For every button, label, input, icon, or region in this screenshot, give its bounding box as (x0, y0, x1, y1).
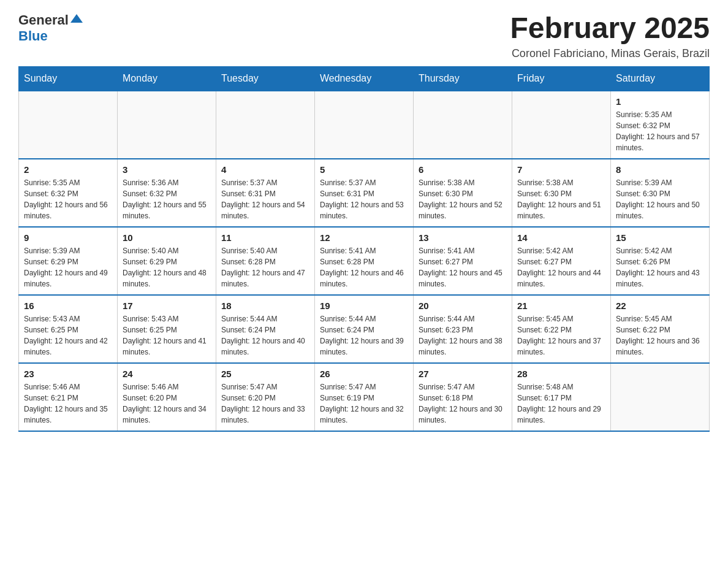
day-info: Sunrise: 5:44 AMSunset: 6:23 PMDaylight:… (419, 313, 507, 358)
day-info: Sunrise: 5:45 AMSunset: 6:22 PMDaylight:… (616, 313, 704, 358)
calendar-header-row: Sunday Monday Tuesday Wednesday Thursday… (19, 66, 710, 91)
table-row (19, 91, 118, 159)
col-tuesday: Tuesday (216, 66, 315, 91)
month-title: February 2025 (510, 12, 710, 45)
day-number: 19 (320, 301, 408, 311)
table-row: 21Sunrise: 5:45 AMSunset: 6:22 PMDayligh… (512, 295, 611, 363)
day-info: Sunrise: 5:35 AMSunset: 6:32 PMDaylight:… (24, 177, 112, 221)
col-wednesday: Wednesday (315, 66, 414, 91)
calendar-week-row: 2Sunrise: 5:35 AMSunset: 6:32 PMDaylight… (19, 159, 710, 227)
table-row: 8Sunrise: 5:39 AMSunset: 6:30 PMDaylight… (611, 159, 710, 227)
day-number: 22 (616, 301, 704, 311)
day-info: Sunrise: 5:37 AMSunset: 6:31 PMDaylight:… (221, 177, 309, 221)
day-info: Sunrise: 5:35 AMSunset: 6:32 PMDaylight:… (616, 109, 704, 153)
table-row: 16Sunrise: 5:43 AMSunset: 6:25 PMDayligh… (19, 295, 118, 363)
day-info: Sunrise: 5:42 AMSunset: 6:27 PMDaylight:… (517, 245, 605, 289)
table-row: 14Sunrise: 5:42 AMSunset: 6:27 PMDayligh… (512, 227, 611, 295)
day-number: 14 (517, 232, 605, 243)
day-number: 24 (123, 369, 211, 379)
logo: General Blue (18, 12, 83, 44)
day-number: 3 (123, 164, 211, 175)
day-number: 27 (419, 369, 507, 379)
table-row: 4Sunrise: 5:37 AMSunset: 6:31 PMDaylight… (216, 159, 315, 227)
table-row: 13Sunrise: 5:41 AMSunset: 6:27 PMDayligh… (414, 227, 512, 295)
table-row: 2Sunrise: 5:35 AMSunset: 6:32 PMDaylight… (19, 159, 118, 227)
day-number: 25 (221, 369, 309, 379)
day-info: Sunrise: 5:41 AMSunset: 6:27 PMDaylight:… (419, 245, 507, 289)
table-row (512, 91, 611, 159)
location-title: Coronel Fabriciano, Minas Gerais, Brazil (510, 47, 710, 60)
table-row: 3Sunrise: 5:36 AMSunset: 6:32 PMDaylight… (118, 159, 216, 227)
table-row (216, 91, 315, 159)
day-info: Sunrise: 5:39 AMSunset: 6:30 PMDaylight:… (616, 177, 704, 221)
day-info: Sunrise: 5:47 AMSunset: 6:19 PMDaylight:… (320, 381, 408, 426)
day-number: 2 (24, 164, 112, 175)
day-number: 28 (517, 369, 605, 379)
day-number: 9 (24, 232, 112, 243)
table-row: 19Sunrise: 5:44 AMSunset: 6:24 PMDayligh… (315, 295, 414, 363)
logo-general-text: General (18, 12, 69, 28)
table-row: 12Sunrise: 5:41 AMSunset: 6:28 PMDayligh… (315, 227, 414, 295)
day-number: 18 (221, 301, 309, 311)
day-info: Sunrise: 5:44 AMSunset: 6:24 PMDaylight:… (320, 313, 408, 358)
day-number: 15 (616, 232, 704, 243)
table-row: 1Sunrise: 5:35 AMSunset: 6:32 PMDaylight… (611, 91, 710, 159)
day-info: Sunrise: 5:37 AMSunset: 6:31 PMDaylight:… (320, 177, 408, 221)
calendar-week-row: 23Sunrise: 5:46 AMSunset: 6:21 PMDayligh… (19, 363, 710, 431)
day-number: 20 (419, 301, 507, 311)
day-info: Sunrise: 5:46 AMSunset: 6:21 PMDaylight:… (24, 381, 112, 426)
table-row: 23Sunrise: 5:46 AMSunset: 6:21 PMDayligh… (19, 363, 118, 431)
table-row: 22Sunrise: 5:45 AMSunset: 6:22 PMDayligh… (611, 295, 710, 363)
day-number: 7 (517, 164, 605, 175)
day-info: Sunrise: 5:38 AMSunset: 6:30 PMDaylight:… (419, 177, 507, 221)
day-number: 23 (24, 369, 112, 379)
day-info: Sunrise: 5:48 AMSunset: 6:17 PMDaylight:… (517, 381, 605, 426)
table-row: 28Sunrise: 5:48 AMSunset: 6:17 PMDayligh… (512, 363, 611, 431)
col-thursday: Thursday (414, 66, 512, 91)
day-info: Sunrise: 5:43 AMSunset: 6:25 PMDaylight:… (24, 313, 112, 358)
day-number: 17 (123, 301, 211, 311)
col-sunday: Sunday (19, 66, 118, 91)
day-number: 6 (419, 164, 507, 175)
table-row: 17Sunrise: 5:43 AMSunset: 6:25 PMDayligh… (118, 295, 216, 363)
day-number: 21 (517, 301, 605, 311)
calendar-week-row: 1Sunrise: 5:35 AMSunset: 6:32 PMDaylight… (19, 91, 710, 159)
day-info: Sunrise: 5:47 AMSunset: 6:20 PMDaylight:… (221, 381, 309, 426)
table-row: 24Sunrise: 5:46 AMSunset: 6:20 PMDayligh… (118, 363, 216, 431)
table-row (315, 91, 414, 159)
title-section: February 2025 Coronel Fabriciano, Minas … (510, 12, 710, 60)
day-number: 8 (616, 164, 704, 175)
day-info: Sunrise: 5:44 AMSunset: 6:24 PMDaylight:… (221, 313, 309, 358)
table-row (414, 91, 512, 159)
table-row (611, 363, 710, 431)
day-info: Sunrise: 5:41 AMSunset: 6:28 PMDaylight:… (320, 245, 408, 289)
table-row: 15Sunrise: 5:42 AMSunset: 6:26 PMDayligh… (611, 227, 710, 295)
day-number: 16 (24, 301, 112, 311)
day-number: 26 (320, 369, 408, 379)
day-info: Sunrise: 5:43 AMSunset: 6:25 PMDaylight:… (123, 313, 211, 358)
day-number: 4 (221, 164, 309, 175)
table-row: 26Sunrise: 5:47 AMSunset: 6:19 PMDayligh… (315, 363, 414, 431)
day-info: Sunrise: 5:36 AMSunset: 6:32 PMDaylight:… (123, 177, 211, 221)
table-row: 11Sunrise: 5:40 AMSunset: 6:28 PMDayligh… (216, 227, 315, 295)
table-row: 10Sunrise: 5:40 AMSunset: 6:29 PMDayligh… (118, 227, 216, 295)
page-header: General Blue February 2025 Coronel Fabri… (18, 12, 710, 60)
table-row: 5Sunrise: 5:37 AMSunset: 6:31 PMDaylight… (315, 159, 414, 227)
table-row: 18Sunrise: 5:44 AMSunset: 6:24 PMDayligh… (216, 295, 315, 363)
table-row: 6Sunrise: 5:38 AMSunset: 6:30 PMDaylight… (414, 159, 512, 227)
day-number: 13 (419, 232, 507, 243)
col-saturday: Saturday (611, 66, 710, 91)
calendar-table: Sunday Monday Tuesday Wednesday Thursday… (18, 66, 710, 432)
day-info: Sunrise: 5:47 AMSunset: 6:18 PMDaylight:… (419, 381, 507, 426)
table-row: 9Sunrise: 5:39 AMSunset: 6:29 PMDaylight… (19, 227, 118, 295)
logo-blue-text: Blue (18, 28, 48, 44)
day-number: 5 (320, 164, 408, 175)
day-number: 11 (221, 232, 309, 243)
day-number: 12 (320, 232, 408, 243)
day-info: Sunrise: 5:42 AMSunset: 6:26 PMDaylight:… (616, 245, 704, 289)
calendar-week-row: 16Sunrise: 5:43 AMSunset: 6:25 PMDayligh… (19, 295, 710, 363)
table-row: 27Sunrise: 5:47 AMSunset: 6:18 PMDayligh… (414, 363, 512, 431)
day-info: Sunrise: 5:40 AMSunset: 6:29 PMDaylight:… (123, 245, 211, 289)
calendar-week-row: 9Sunrise: 5:39 AMSunset: 6:29 PMDaylight… (19, 227, 710, 295)
day-info: Sunrise: 5:45 AMSunset: 6:22 PMDaylight:… (517, 313, 605, 358)
